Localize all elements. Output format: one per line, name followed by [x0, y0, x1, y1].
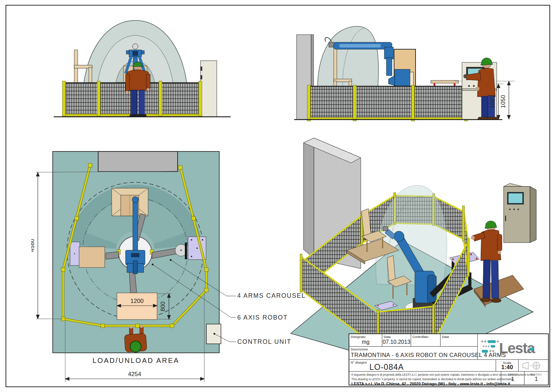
svg-text:1022: 1022 [489, 95, 496, 108]
chair-front [74, 50, 92, 85]
checked-date-cell: Data [441, 334, 478, 347]
load-table-plan [117, 293, 157, 320]
disclaimer-cell: Il seguente disegno é di proprietà della… [349, 372, 501, 385]
top-station-plan [112, 188, 148, 216]
drawing-number-cell: N° disegno LO-084A [349, 360, 496, 372]
safety-fence-side [307, 86, 468, 120]
date-cell: Data 07.10.2013 [382, 334, 411, 347]
drawn-by-value: mg [349, 339, 382, 345]
description-cell: Descrizione TRAMONTINA - 6 AXIS ROBOT ON… [349, 347, 478, 360]
disclaimer-english: This drawing is LESTA' s property. It ca… [351, 377, 499, 382]
drawing-number-value: LO-084A [369, 363, 404, 372]
projection-symbol-icon [519, 360, 547, 371]
date-value: 07.10.2013 [382, 339, 411, 345]
scale-value: 1:40 [496, 364, 518, 371]
title-block: Disegnato mg Data 07.10.2013 Controllato… [349, 333, 549, 385]
disclaimer-italian: Il seguente disegno é di proprietà della… [351, 373, 499, 377]
company-address: LESTA s.r.l. Via D. Chiesa, 42 - 20020 D… [351, 382, 499, 386]
dimension-1050: 1050 [500, 81, 509, 119]
callout-robot-label: 6 AXIS ROBOT [237, 314, 288, 321]
load-area-label: LOAD/UNLOAD AREA [93, 357, 179, 364]
description-value: TRAMONTINA - 6 AXIS ROBOT ON CAROUSEL 4 … [351, 352, 506, 358]
drawing-sheet: 1022 1050 [0, 0, 555, 392]
svg-text:4254: 4254 [128, 371, 141, 377]
control-unit-front [200, 61, 217, 117]
svg-text:1050: 1050 [500, 95, 506, 108]
wall-plan [98, 151, 178, 172]
drawn-by-cell: Disegnato mg [349, 334, 382, 347]
projection-symbol-cell [519, 360, 548, 372]
control-cabinet-iso [504, 183, 536, 243]
robot-body-side [395, 69, 410, 86]
plan-view: 4580 1200 800 [31, 149, 239, 388]
svg-text:800: 800 [160, 302, 166, 311]
of-sheets-cell: DI FOGLI 1 [524, 372, 548, 385]
sheet-number: 1 [501, 376, 524, 382]
svg-text:4580: 4580 [31, 239, 35, 252]
of-sheets-number: 1 [524, 376, 548, 382]
side-elevation-view: 1022 1050 [291, 17, 517, 124]
scale-cell: Scala 1:40 [496, 360, 519, 372]
sheet-cell: FOGLIO 1 [501, 372, 524, 385]
callout-control-unit-label: CONTROL UNIT [237, 338, 291, 346]
front-elevation-view [52, 15, 232, 120]
checked-by-cell: Controllato [411, 334, 441, 347]
svg-text:1200: 1200 [130, 298, 144, 304]
